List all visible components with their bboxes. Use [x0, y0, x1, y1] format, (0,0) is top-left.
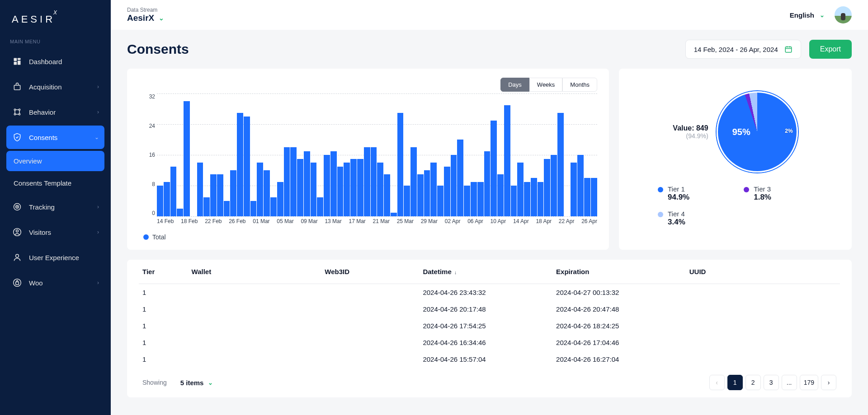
bar[interactable]: [297, 159, 303, 217]
sidebar-subitem-overview[interactable]: Overview: [6, 151, 104, 171]
bar[interactable]: [284, 147, 290, 216]
bar[interactable]: [404, 186, 410, 216]
bar[interactable]: [497, 174, 504, 217]
data-stream-selector[interactable]: Data Stream AesirX ⌄: [127, 7, 164, 23]
bar[interactable]: [224, 201, 230, 216]
bar[interactable]: [364, 147, 370, 216]
bar[interactable]: [437, 186, 443, 216]
bar[interactable]: [217, 174, 223, 217]
bar[interactable]: [484, 151, 491, 217]
column-header-web3id[interactable]: Web3ID: [321, 260, 419, 284]
bar[interactable]: [430, 163, 437, 216]
bar[interactable]: [457, 140, 463, 216]
bar[interactable]: [277, 182, 283, 217]
bar[interactable]: [210, 174, 217, 217]
bar[interactable]: [577, 155, 584, 216]
bar[interactable]: [397, 113, 404, 217]
bar[interactable]: [544, 159, 550, 217]
bar[interactable]: [491, 121, 497, 217]
bar[interactable]: [304, 151, 310, 217]
pagination-page-3[interactable]: 3: [764, 375, 779, 390]
period-tab-months[interactable]: Months: [562, 78, 597, 92]
bar[interactable]: [324, 155, 330, 216]
bar[interactable]: [524, 182, 530, 217]
items-per-page-selector[interactable]: 5 items ⌄: [180, 379, 213, 387]
bar[interactable]: [584, 178, 590, 216]
date-range-picker[interactable]: 14 Feb, 2024 - 26 Apr, 2024: [685, 40, 801, 59]
sidebar-item-acquisition[interactable]: Acquisition›: [6, 75, 104, 98]
pagination-page-2[interactable]: 2: [745, 375, 761, 390]
avatar[interactable]: [835, 6, 852, 23]
bar[interactable]: [591, 178, 597, 216]
bar[interactable]: [170, 167, 177, 217]
bar[interactable]: [197, 163, 203, 216]
sidebar-subitem-consents-template[interactable]: Consents Template: [6, 173, 104, 193]
bar[interactable]: [384, 174, 390, 217]
bar[interactable]: [371, 147, 377, 216]
column-header-uuid[interactable]: UUID: [686, 260, 840, 284]
sidebar-item-behavior[interactable]: Behavior›: [6, 100, 104, 124]
bar[interactable]: [264, 170, 270, 216]
bar[interactable]: [531, 178, 537, 216]
bar[interactable]: [377, 163, 383, 216]
period-tab-days[interactable]: Days: [500, 78, 529, 92]
bar[interactable]: [177, 209, 183, 216]
bar[interactable]: [511, 186, 517, 216]
bar[interactable]: [424, 170, 430, 216]
table-row[interactable]: 12024-04-26 15:57:042024-04-26 16:27:04: [139, 351, 840, 368]
bar[interactable]: [311, 163, 317, 216]
bar[interactable]: [477, 182, 484, 217]
bar[interactable]: [538, 182, 544, 217]
bar[interactable]: [244, 117, 250, 216]
bar[interactable]: [504, 105, 510, 217]
sidebar-item-tracking[interactable]: Tracking›: [6, 195, 104, 219]
table-row[interactable]: 12024-04-26 16:34:462024-04-26 17:04:46: [139, 334, 840, 351]
column-header-datetime[interactable]: Datetime↓: [419, 260, 552, 284]
bar[interactable]: [557, 113, 564, 217]
bar[interactable]: [571, 163, 577, 216]
bar[interactable]: [317, 197, 323, 217]
bar[interactable]: [444, 167, 450, 217]
sidebar-item-visitors[interactable]: Visitors›: [6, 220, 104, 244]
bar[interactable]: [237, 113, 243, 217]
bar[interactable]: [157, 186, 163, 216]
language-selector[interactable]: English ⌄: [790, 11, 825, 19]
bar[interactable]: [344, 163, 350, 216]
pagination-next[interactable]: ›: [821, 375, 836, 390]
bar[interactable]: [164, 182, 170, 217]
sidebar-item-user-experience[interactable]: User Experience: [6, 246, 104, 269]
column-header-wallet[interactable]: Wallet: [188, 260, 321, 284]
bar[interactable]: [290, 147, 297, 216]
sidebar-item-dashboard[interactable]: Dashboard: [6, 50, 104, 73]
bar[interactable]: [391, 213, 397, 217]
table-row[interactable]: 12024-04-26 17:54:252024-04-26 18:24:25: [139, 317, 840, 334]
pagination-prev[interactable]: ‹: [709, 375, 725, 390]
bar[interactable]: [410, 147, 417, 216]
bar[interactable]: [337, 167, 344, 217]
bar[interactable]: [330, 151, 337, 217]
sidebar-item-consents[interactable]: Consents⌄: [6, 126, 104, 149]
bar[interactable]: [184, 101, 190, 216]
bar[interactable]: [464, 186, 470, 216]
bar[interactable]: [270, 197, 277, 217]
pagination-page-1[interactable]: 1: [727, 375, 743, 390]
column-header-expiration[interactable]: Expiration: [552, 260, 686, 284]
bar[interactable]: [230, 170, 236, 216]
export-button[interactable]: Export: [809, 40, 852, 59]
bar[interactable]: [417, 174, 424, 217]
bar[interactable]: [350, 159, 357, 217]
bar[interactable]: [203, 197, 210, 217]
bar[interactable]: [551, 155, 557, 216]
bar[interactable]: [517, 163, 524, 216]
period-tab-weeks[interactable]: Weeks: [529, 78, 563, 92]
table-row[interactable]: 12024-04-26 23:43:322024-04-27 00:13:32: [139, 284, 840, 301]
bar[interactable]: [250, 201, 257, 216]
bar[interactable]: [451, 155, 457, 216]
sidebar-item-woo[interactable]: Woo›: [6, 271, 104, 294]
bar[interactable]: [357, 159, 363, 217]
column-header-tier[interactable]: Tier: [139, 260, 188, 284]
table-row[interactable]: 12024-04-26 20:17:482024-04-26 20:47:48: [139, 301, 840, 317]
pagination-page-179[interactable]: 179: [800, 375, 818, 390]
bar[interactable]: [471, 182, 477, 217]
bar[interactable]: [257, 163, 263, 216]
